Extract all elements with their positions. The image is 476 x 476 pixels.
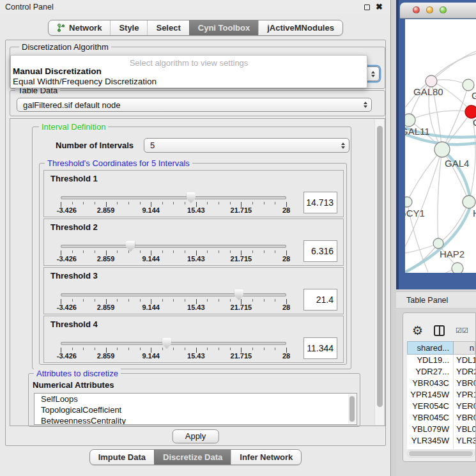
network-node-h[interactable] bbox=[463, 196, 475, 208]
network-node-gcy1[interactable] bbox=[405, 197, 412, 207]
checkbox-columns-icon[interactable]: ☑☑ bbox=[456, 326, 468, 335]
threshold-label: Threshold 1 bbox=[50, 174, 98, 183]
algorithm-option-equal-width-frequency-discretization[interactable]: Equal Width/Frequency Discretization bbox=[11, 77, 367, 87]
node-label: GCY1 bbox=[405, 208, 425, 219]
threshold-value-field[interactable]: 21.4 bbox=[303, 289, 337, 311]
threshold-label: Threshold 4 bbox=[50, 319, 98, 329]
traffic-light-minimize[interactable] bbox=[426, 6, 433, 13]
tab-infer-network[interactable]: Infer Network bbox=[231, 450, 301, 464]
node-label: GA bbox=[472, 90, 476, 101]
table-row[interactable]: YBR043CYBR0 bbox=[407, 378, 475, 389]
node-label: HAP2 bbox=[440, 249, 464, 259]
vertical-scrollbar[interactable] bbox=[374, 119, 384, 425]
network-window-titlebar[interactable] bbox=[400, 3, 476, 19]
tick-label: 28 bbox=[282, 255, 290, 263]
node-label: H bbox=[473, 208, 476, 219]
tab-style[interactable]: Style bbox=[110, 20, 147, 35]
close-icon[interactable]: ✖ bbox=[376, 2, 383, 12]
network-edge[interactable] bbox=[442, 85, 468, 150]
apply-button[interactable]: Apply bbox=[173, 429, 219, 443]
threshold-panel-3: Threshold 3-3.4262.8599.14415.4321.71528… bbox=[43, 267, 344, 314]
table-row[interactable]: YDL19...YDL1 bbox=[407, 355, 475, 366]
network-node-ga[interactable] bbox=[463, 79, 474, 91]
slider-track[interactable] bbox=[61, 196, 286, 199]
cell-name: YLR3 bbox=[454, 435, 475, 447]
table-row[interactable]: YBL079WYBL0 bbox=[407, 424, 475, 435]
algorithm-option-manual-discretization[interactable]: Manual Discretization bbox=[11, 66, 367, 77]
attribute-item-topologicalcoefficient[interactable]: TopologicalCoefficient bbox=[35, 404, 357, 415]
network-canvas[interactable]: GAL80GACGAL11GAL4GCY1HHAP2 bbox=[405, 19, 476, 273]
table-row[interactable]: YDR27...YDR2 bbox=[407, 366, 475, 378]
table-row[interactable]: YPR145WYPR1 bbox=[407, 389, 475, 401]
traffic-light-close[interactable] bbox=[413, 6, 420, 13]
number-of-intervals-combobox[interactable]: 5 bbox=[144, 138, 349, 153]
column-header-shared-name[interactable]: shared... bbox=[407, 341, 454, 355]
threshold-value-field[interactable]: 14.713 bbox=[303, 192, 337, 213]
attributes-scrollbar[interactable] bbox=[348, 394, 356, 424]
panel-divider[interactable] bbox=[392, 0, 396, 476]
node-label: GAL80 bbox=[413, 86, 443, 97]
float-window-icon[interactable] bbox=[364, 4, 370, 10]
threshold-value-field[interactable]: 6.316 bbox=[303, 240, 337, 262]
cell-shared-name: YIL052C bbox=[407, 447, 454, 449]
network-node-c[interactable] bbox=[465, 105, 476, 118]
tick-label: 15.43 bbox=[187, 206, 205, 214]
node-table: shared... n YDL19...YDL1YDR27...YDR2YBR0… bbox=[407, 341, 475, 449]
tab-impute-data[interactable]: Impute Data bbox=[90, 450, 154, 464]
slider-track[interactable] bbox=[61, 342, 286, 345]
tab-cyni-toolbox[interactable]: Cyni Toolbox bbox=[189, 20, 258, 35]
tab-jactivemnodules[interactable]: jActiveMNodules bbox=[258, 20, 342, 35]
table-row[interactable]: YIL052CYIL0 bbox=[407, 447, 475, 449]
network-node-hap2[interactable] bbox=[433, 238, 443, 249]
network-edge[interactable] bbox=[407, 150, 442, 202]
column-header-name[interactable]: n bbox=[454, 341, 475, 355]
vertical-scrollbar-thumb[interactable] bbox=[377, 126, 383, 407]
network-edge[interactable] bbox=[409, 111, 472, 120]
horizontal-scrollbar-thumb[interactable] bbox=[409, 451, 473, 456]
tick-label: 9.144 bbox=[142, 303, 160, 311]
tick-label: 9.144 bbox=[142, 206, 160, 214]
tab-discretize-data[interactable]: Discretize Data bbox=[154, 450, 231, 464]
tick-label: 15.43 bbox=[187, 352, 205, 360]
tick-label: 28 bbox=[282, 303, 290, 311]
cell-name: YIL0 bbox=[454, 447, 475, 449]
network-node[interactable] bbox=[452, 263, 463, 273]
gear-icon[interactable]: ⚙ bbox=[412, 325, 423, 337]
threshold-panel-4: Threshold 4-3.4262.8599.14415.4321.71528… bbox=[43, 316, 344, 363]
cell-shared-name: YBR043C bbox=[407, 378, 454, 389]
combo-stepper-icon bbox=[367, 71, 379, 77]
slider-track[interactable] bbox=[61, 245, 286, 248]
slider-track[interactable] bbox=[61, 293, 286, 296]
control-panel-titlebar: Control Panel ✖ bbox=[0, 0, 390, 14]
tab-label: Select bbox=[156, 23, 180, 33]
table-row[interactable]: YBR045CYBR0 bbox=[407, 412, 475, 424]
table-row[interactable]: YLR345WYLR3 bbox=[407, 435, 475, 447]
tick-label: 9.144 bbox=[142, 255, 160, 263]
cell-name: YDR2 bbox=[454, 366, 475, 378]
attribute-item-betweennesscentrality[interactable]: BetweennessCentrality bbox=[35, 415, 357, 425]
tab-select[interactable]: Select bbox=[147, 20, 188, 35]
network-view-window: GAL80GACGAL11GAL4GCY1HHAP2 bbox=[396, 0, 476, 289]
numerical-attributes-list[interactable]: SelfLoopsTopologicalCoefficientBetweenne… bbox=[34, 393, 357, 425]
network-edge[interactable] bbox=[438, 150, 442, 243]
table-data-combobox-value: galFiltered.sif default node bbox=[17, 100, 360, 110]
tab-network[interactable]: Network bbox=[49, 20, 110, 35]
table-data-combobox[interactable]: galFiltered.sif default node bbox=[17, 98, 372, 112]
cell-name: YDL1 bbox=[454, 355, 475, 366]
discretization-algorithm-group-title: Discretization Algorithm bbox=[19, 42, 111, 52]
horizontal-scrollbar[interactable] bbox=[407, 450, 475, 457]
split-panel-icon[interactable] bbox=[434, 325, 445, 336]
network-node-gal4[interactable] bbox=[434, 142, 450, 157]
attribute-item-selfloops[interactable]: SelfLoops bbox=[35, 394, 357, 404]
attributes-group-title: Attributes to discretize bbox=[34, 369, 121, 378]
cell-shared-name: YDL19... bbox=[407, 355, 454, 366]
tick-label: 21.715 bbox=[231, 255, 252, 263]
number-of-intervals-value: 5 bbox=[144, 141, 337, 150]
table-row[interactable]: YER054CYER0 bbox=[407, 401, 475, 412]
traffic-light-zoom[interactable] bbox=[440, 6, 447, 13]
node-label: C bbox=[473, 117, 476, 128]
tick-label: 2.859 bbox=[97, 255, 115, 263]
network-node-gal80[interactable] bbox=[426, 75, 437, 87]
network-node-gal11[interactable] bbox=[405, 114, 415, 127]
threshold-value-field[interactable]: 11.344 bbox=[303, 337, 337, 359]
